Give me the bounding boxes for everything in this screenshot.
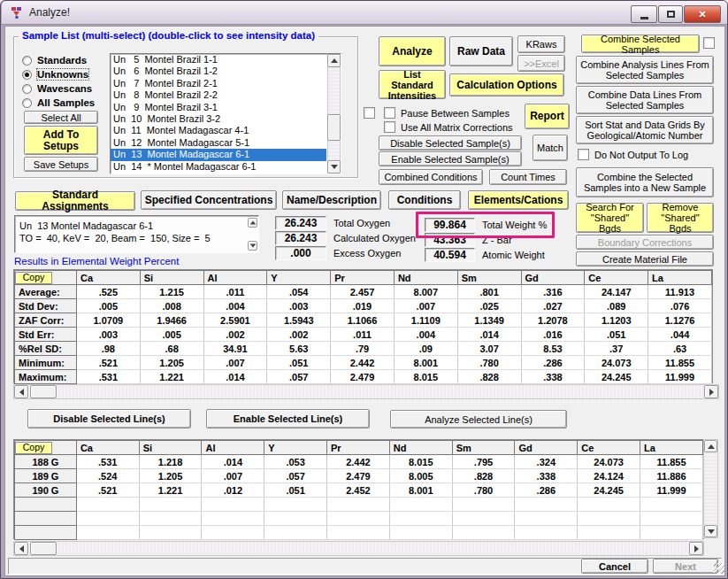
scroll-down-icon[interactable] <box>704 525 717 537</box>
grid-cell[interactable]: .057 <box>264 469 327 483</box>
grid-cell[interactable]: .521 <box>76 483 139 498</box>
grid-cell[interactable] <box>452 498 515 512</box>
row-label[interactable] <box>15 498 77 512</box>
grid-cell[interactable]: .524 <box>76 469 139 483</box>
count-times-button[interactable]: Count Times <box>489 169 567 185</box>
grid-cell[interactable] <box>327 512 390 526</box>
combine-analysis-lines-button[interactable]: Combine Analysis Lines From Selected Sam… <box>576 56 714 84</box>
grid-cell[interactable] <box>327 526 390 540</box>
grid-cell[interactable]: .014 <box>202 455 264 469</box>
list-item[interactable]: Un 13 Montel Madagascar 6-1 <box>111 149 326 160</box>
radio-wavescans[interactable]: Wavescans <box>22 82 107 96</box>
grid-cell[interactable] <box>578 526 640 540</box>
grid-cell[interactable]: .286 <box>515 483 578 498</box>
grid-cell[interactable]: 11.855 <box>640 455 703 469</box>
list-standard-intensities-button[interactable]: List Standard Intensities <box>379 70 446 99</box>
copy-button[interactable]: Copy <box>15 272 52 284</box>
grid-cell[interactable]: 2.479 <box>327 469 390 483</box>
grid-cell[interactable] <box>76 512 139 526</box>
maximize-button[interactable] <box>658 5 683 23</box>
grid-cell[interactable] <box>640 498 703 512</box>
grid-cell[interactable] <box>515 526 578 540</box>
grid-cell[interactable]: 24.245 <box>578 483 640 498</box>
kraws-button[interactable]: KRaws <box>517 35 565 53</box>
grid-cell[interactable] <box>76 526 139 540</box>
scrollbar-thumb[interactable] <box>30 385 57 398</box>
do-not-output-to-log-checkbox[interactable] <box>578 149 589 160</box>
row-label[interactable]: 190 G <box>15 483 77 498</box>
sample-info-box[interactable]: Un 13 Montel Madagascar 6-1 TO = 40, KeV… <box>14 215 259 253</box>
title-bar[interactable]: Analyze! ✕ <box>2 1 727 25</box>
grid-cell[interactable] <box>264 526 327 540</box>
grid-cell[interactable]: .531 <box>76 455 139 469</box>
list-item[interactable]: Un 14 * Montel Madagascar 6-1 <box>111 161 326 173</box>
grid-cell[interactable]: 11.886 <box>640 469 703 483</box>
conditions-button[interactable]: Conditions <box>388 190 461 210</box>
grid-cell[interactable]: .012 <box>202 483 264 498</box>
grid-cell[interactable] <box>264 498 327 512</box>
row-label[interactable]: 188 G <box>15 455 77 469</box>
grid-cell[interactable] <box>139 526 202 540</box>
list-item[interactable]: Un 10 Montel Brazil 3-2 <box>111 113 326 125</box>
minimize-button[interactable] <box>631 5 657 23</box>
grid-cell[interactable] <box>452 512 515 526</box>
grid-cell[interactable] <box>515 512 578 526</box>
create-material-file-button[interactable]: Create Material File <box>576 251 714 266</box>
grid-cell[interactable]: 24.124 <box>578 469 640 483</box>
combined-conditions-button[interactable]: Combined Conditions <box>379 169 483 185</box>
report-button[interactable]: Report <box>525 104 570 129</box>
grid-cell[interactable]: .780 <box>452 483 515 498</box>
list-item[interactable]: Un 7 Montel Brazil 2-1 <box>111 78 326 89</box>
unlabeled-checkbox[interactable] <box>364 107 375 119</box>
scroll-right-icon[interactable] <box>704 385 718 398</box>
data-grid-hscrollbar[interactable] <box>13 541 704 556</box>
grid-cell[interactable]: .324 <box>515 455 578 469</box>
grid-cell[interactable] <box>327 498 390 512</box>
scroll-left-icon[interactable] <box>14 542 28 555</box>
grid-cell[interactable] <box>389 512 452 526</box>
grid-cell[interactable] <box>640 526 703 540</box>
calculation-options-button[interactable]: Calculation Options <box>449 73 564 96</box>
grid-cell[interactable] <box>139 512 202 526</box>
list-item[interactable]: Un 8 Montel Brazil 2-2 <box>111 89 326 101</box>
grid-cell[interactable]: 2.452 <box>327 483 390 498</box>
grid-cell[interactable] <box>578 512 640 526</box>
scroll-right-icon[interactable] <box>689 542 703 555</box>
list-item[interactable]: Un 9 Montel Brazil 3-1 <box>111 102 326 113</box>
save-setups-button[interactable]: Save Setups <box>24 157 98 172</box>
grid-cell[interactable]: 8.001 <box>389 483 452 498</box>
row-label[interactable] <box>15 526 77 540</box>
list-item[interactable]: Un 6 Montel Brazil 1-2 <box>111 66 326 77</box>
remove-shared-bgds-button[interactable]: Remove "Shared" Bgds <box>647 203 714 233</box>
grid-cell[interactable]: .338 <box>515 469 578 483</box>
raw-data-button[interactable]: Raw Data <box>449 36 513 66</box>
grid-cell[interactable] <box>452 526 515 540</box>
copy-button[interactable]: Copy <box>15 442 52 454</box>
standard-assignments-button[interactable]: Standard Assignments <box>15 191 135 211</box>
analyze-button[interactable]: Analyze <box>379 36 446 66</box>
info-scroll-down-icon[interactable] <box>248 241 257 251</box>
row-label[interactable]: 189 G <box>15 469 77 483</box>
grid-cell[interactable] <box>76 498 139 512</box>
grid-cell[interactable]: .795 <box>452 455 515 469</box>
row-label[interactable] <box>15 512 77 526</box>
combine-into-new-sample-button[interactable]: Combine the Selected Samples into a New … <box>576 167 714 197</box>
combine-selected-samples-checkbox[interactable] <box>703 37 715 49</box>
grid-cell[interactable]: .007 <box>202 469 264 483</box>
scroll-down-icon[interactable] <box>327 160 341 174</box>
grid-cell[interactable]: .828 <box>452 469 515 483</box>
grid-cell[interactable]: 1.218 <box>139 455 202 469</box>
name-description-button[interactable]: Name/Description <box>282 190 381 210</box>
enable-selected-samples-button[interactable]: Enable Selected Sample(s) <box>379 151 522 166</box>
scrollbar-thumb[interactable] <box>327 114 341 141</box>
scroll-up-icon[interactable] <box>704 440 717 452</box>
stats-grid-hscrollbar[interactable] <box>13 384 719 399</box>
select-all-button[interactable]: Select All <box>24 111 98 124</box>
elements-cations-button[interactable]: Elements/Cations <box>468 190 569 210</box>
grid-cell[interactable]: .051 <box>264 483 327 498</box>
enable-selected-lines-button[interactable]: Enable Selected Line(s) <box>206 409 370 428</box>
radio-unknowns[interactable]: Unknowns <box>22 68 107 82</box>
list-item[interactable]: Un 12 Montel Madagascar 5-1 <box>111 137 326 149</box>
disable-selected-lines-button[interactable]: Disable Selected Line(s) <box>27 409 191 428</box>
info-scroll-up-icon[interactable] <box>248 218 257 228</box>
